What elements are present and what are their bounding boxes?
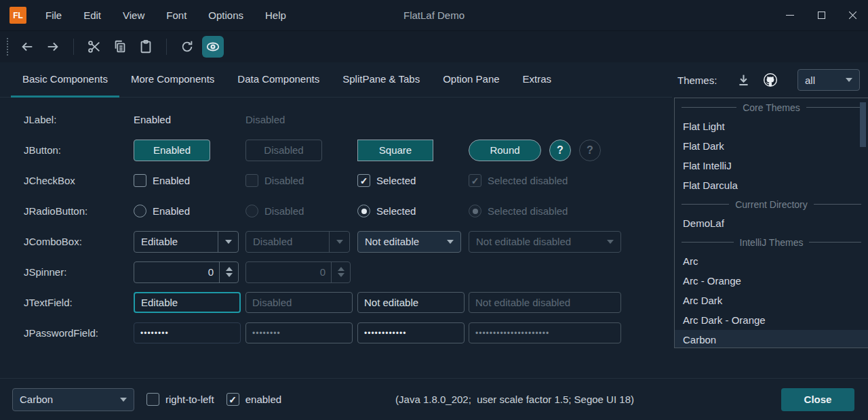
spinner-input[interactable] bbox=[134, 266, 219, 278]
tab-splitpane-tabs[interactable]: SplitPane & Tabs bbox=[331, 62, 431, 98]
toolbar-grip[interactable] bbox=[7, 38, 9, 56]
menubar: File Edit View Font Options Help bbox=[37, 5, 294, 25]
tab-basic-components[interactable]: Basic Components bbox=[11, 62, 119, 98]
minimize-button[interactable] bbox=[774, 0, 806, 30]
show-hover-effects-toggle[interactable] bbox=[202, 36, 224, 58]
menu-edit[interactable]: Edit bbox=[75, 5, 109, 25]
theme-selector-combobox[interactable]: Carbon bbox=[12, 388, 134, 411]
theme-item-flat-light[interactable]: Flat Light bbox=[675, 117, 868, 136]
themes-separator: Core Themes bbox=[675, 98, 868, 117]
combobox-arrow-button[interactable] bbox=[440, 232, 460, 252]
rtl-checkbox[interactable]: ✓ right-to-left bbox=[146, 393, 214, 406]
themes-filter-combobox[interactable]: all bbox=[797, 69, 860, 91]
textfield-not-editable[interactable] bbox=[357, 292, 465, 313]
themes-label: Themes: bbox=[677, 75, 717, 86]
refresh-button[interactable] bbox=[176, 36, 198, 58]
download-icon bbox=[736, 73, 751, 87]
back-arrow-icon bbox=[20, 39, 35, 54]
radio-icon bbox=[134, 205, 146, 217]
theme-item-carbon[interactable]: Carbon bbox=[675, 330, 868, 348]
download-themes-button[interactable] bbox=[733, 70, 753, 90]
radio-label: Selected bbox=[376, 205, 416, 217]
checkbox-icon: ✓ bbox=[146, 393, 159, 406]
checkbox-checked-icon: ✓ bbox=[469, 174, 481, 187]
themes-separator: IntelliJ Themes bbox=[675, 233, 868, 251]
theme-item-arc[interactable]: Arc bbox=[675, 251, 868, 271]
radio-enabled[interactable]: Enabled bbox=[134, 205, 245, 217]
toolbar-separator bbox=[73, 39, 74, 55]
back-button[interactable] bbox=[16, 36, 38, 58]
spinner-arrows[interactable] bbox=[219, 262, 238, 282]
combobox-editable[interactable]: Editable bbox=[134, 231, 239, 253]
tab-extras[interactable]: Extras bbox=[511, 62, 564, 98]
combobox-disabled: Disabled bbox=[245, 231, 350, 253]
forward-arrow-icon bbox=[45, 39, 60, 54]
textfield-not-editable-disabled bbox=[469, 292, 621, 313]
close-button[interactable] bbox=[837, 0, 868, 30]
menu-font[interactable]: Font bbox=[158, 5, 195, 25]
github-button[interactable] bbox=[760, 70, 781, 90]
round-button[interactable]: Round bbox=[469, 140, 541, 161]
tab-more-components[interactable]: More Components bbox=[119, 62, 226, 98]
themes-list-scrollbar[interactable] bbox=[860, 102, 866, 147]
combobox-arrow-button[interactable] bbox=[839, 70, 859, 90]
tab-data-components[interactable]: Data Components bbox=[226, 62, 331, 98]
passwordfield-enabled[interactable] bbox=[134, 322, 241, 343]
menu-view[interactable]: View bbox=[115, 5, 153, 25]
close-dialog-button[interactable]: Close bbox=[781, 388, 854, 411]
radio-selected-icon bbox=[357, 205, 370, 217]
theme-item-flat-darcula[interactable]: Flat Darcula bbox=[675, 175, 868, 195]
theme-item-arc-dark-orange[interactable]: Arc Dark - Orange bbox=[675, 310, 868, 330]
radio-disabled: Disabled bbox=[245, 205, 357, 217]
paste-clipboard-icon bbox=[138, 39, 153, 54]
tab-option-pane[interactable]: Option Pane bbox=[431, 62, 511, 98]
menu-help[interactable]: Help bbox=[257, 5, 294, 25]
menu-file[interactable]: File bbox=[37, 5, 70, 25]
help-button[interactable]: ? bbox=[549, 140, 571, 161]
enabled-checkbox[interactable]: ✓ enabled bbox=[226, 393, 281, 406]
checkbox-icon: ✓ bbox=[134, 174, 146, 187]
enabled-checkbox-label: enabled bbox=[245, 394, 281, 405]
combobox-not-editable-disabled: Not editable disabled bbox=[469, 231, 621, 253]
radio-selected[interactable]: Selected bbox=[357, 205, 469, 217]
combobox-arrow-button bbox=[600, 232, 620, 252]
copy-button[interactable] bbox=[109, 36, 131, 58]
eye-icon bbox=[205, 39, 220, 54]
forward-button[interactable] bbox=[42, 36, 64, 58]
minimize-icon bbox=[786, 15, 794, 16]
combobox-arrow-button[interactable] bbox=[113, 389, 134, 411]
textfield-editable[interactable] bbox=[134, 292, 241, 313]
theme-item-arc-dark[interactable]: Arc Dark bbox=[675, 291, 868, 310]
jcheckbox-row-label: JCheckBox bbox=[24, 175, 134, 186]
jlabel-row-label: JLabel: bbox=[24, 114, 134, 125]
close-icon bbox=[848, 11, 857, 20]
rtl-checkbox-label: right-to-left bbox=[165, 394, 214, 405]
spinner-disabled bbox=[245, 261, 351, 283]
checkbox-selected[interactable]: ✓ Selected bbox=[357, 174, 469, 187]
combobox-value: Editable bbox=[134, 236, 218, 247]
enabled-button[interactable]: Enabled bbox=[134, 140, 210, 161]
passwordfield-not-editable[interactable] bbox=[357, 322, 465, 343]
checkbox-enabled[interactable]: ✓ Enabled bbox=[134, 174, 245, 187]
spinner-enabled[interactable] bbox=[134, 261, 239, 283]
cut-button[interactable] bbox=[83, 36, 105, 58]
chevron-down-icon bbox=[336, 240, 343, 244]
theme-item-arc-orange[interactable]: Arc - Orange bbox=[675, 271, 868, 291]
paste-button[interactable] bbox=[135, 36, 157, 58]
chevron-down-icon bbox=[447, 240, 454, 244]
main-area: Basic Components More Components Data Co… bbox=[0, 62, 868, 378]
toolbar-separator bbox=[166, 39, 167, 55]
combobox-arrow-button[interactable] bbox=[218, 232, 238, 252]
checkbox-disabled: ✓ Disabled bbox=[245, 174, 357, 187]
spinner-up-icon bbox=[338, 267, 344, 271]
square-button[interactable]: Square bbox=[357, 140, 433, 161]
checkbox-checked-icon: ✓ bbox=[357, 174, 370, 187]
theme-item-flat-dark[interactable]: Flat Dark bbox=[675, 136, 868, 156]
maximize-button[interactable] bbox=[806, 0, 837, 30]
menu-options[interactable]: Options bbox=[200, 5, 252, 25]
combobox-not-editable[interactable]: Not editable bbox=[357, 231, 461, 253]
theme-item-demolaf[interactable]: DemoLaf bbox=[675, 213, 868, 233]
window-controls bbox=[774, 0, 868, 30]
theme-item-flat-intellij[interactable]: Flat IntelliJ bbox=[675, 156, 868, 175]
spinner-down-icon bbox=[226, 273, 233, 277]
